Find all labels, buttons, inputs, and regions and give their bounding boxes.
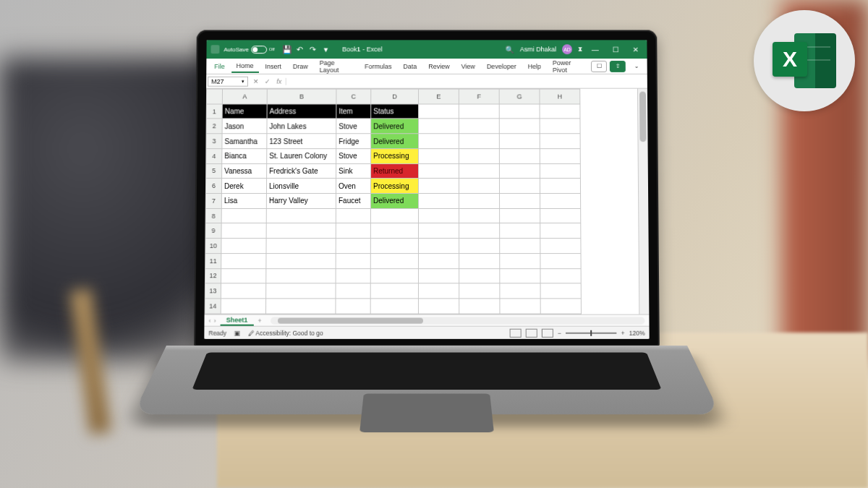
col-header-H[interactable]: H bbox=[540, 89, 580, 104]
cell-B8[interactable] bbox=[266, 208, 336, 223]
cell-B7[interactable]: Harry Valley bbox=[266, 194, 336, 209]
add-sheet-button[interactable]: + bbox=[253, 317, 265, 324]
cell-A5[interactable]: Vanessa bbox=[222, 163, 267, 179]
redo-icon[interactable]: ↷ bbox=[307, 44, 318, 54]
minimize-button[interactable]: — bbox=[588, 43, 603, 55]
undo-icon[interactable]: ↶ bbox=[294, 44, 305, 54]
row-header-12[interactable]: 12 bbox=[205, 268, 221, 283]
cell-G11[interactable] bbox=[500, 253, 540, 268]
tab-page-layout[interactable]: Page Layout bbox=[315, 57, 358, 76]
row-header-4[interactable]: 4 bbox=[206, 149, 222, 164]
cell-G8[interactable] bbox=[500, 208, 540, 223]
tab-data[interactable]: Data bbox=[398, 61, 422, 72]
cell-C5[interactable]: Sink bbox=[336, 163, 371, 179]
cell-A11[interactable] bbox=[221, 253, 266, 268]
cell-E4[interactable] bbox=[419, 149, 459, 164]
cell-G6[interactable] bbox=[499, 179, 540, 194]
cell-E11[interactable] bbox=[418, 253, 459, 268]
cell-D14[interactable] bbox=[370, 299, 418, 314]
pending-icon[interactable]: ⧗ bbox=[578, 46, 582, 53]
spreadsheet-grid[interactable]: ABCDEFGH1NameAddressItemStatus2JasonJohn… bbox=[205, 89, 650, 314]
cell-D5[interactable]: Returned bbox=[371, 163, 419, 179]
cell-E5[interactable] bbox=[419, 163, 459, 179]
toggle-icon[interactable] bbox=[251, 46, 267, 53]
cell-A14[interactable] bbox=[221, 299, 265, 314]
user-name[interactable]: Asmi Dhakal bbox=[520, 46, 556, 53]
cell-H4[interactable] bbox=[540, 149, 580, 164]
view-page-break-icon[interactable] bbox=[542, 328, 553, 337]
tab-home[interactable]: Home bbox=[231, 60, 259, 73]
col-header-D[interactable]: D bbox=[371, 89, 419, 104]
tab-insert[interactable]: Insert bbox=[260, 61, 286, 72]
cell-G5[interactable] bbox=[499, 163, 540, 179]
cell-E6[interactable] bbox=[418, 179, 459, 194]
share-button[interactable]: ⇧ bbox=[610, 61, 626, 72]
vertical-scrollbar[interactable] bbox=[637, 89, 649, 314]
cell-D9[interactable] bbox=[370, 223, 418, 239]
row-header-2[interactable]: 2 bbox=[206, 119, 222, 134]
sheet-prev-icon[interactable]: ‹ bbox=[209, 317, 211, 324]
cell-E13[interactable] bbox=[418, 283, 459, 299]
cell-E12[interactable] bbox=[418, 268, 459, 283]
cell-C3[interactable]: Fridge bbox=[336, 134, 371, 149]
cell-H2[interactable] bbox=[540, 119, 580, 134]
cell-G1[interactable] bbox=[499, 104, 540, 119]
cell-H3[interactable] bbox=[540, 134, 580, 149]
col-header-G[interactable]: G bbox=[499, 89, 540, 104]
cell-F10[interactable] bbox=[459, 239, 500, 254]
cancel-formula-icon[interactable]: ✕ bbox=[251, 77, 261, 85]
cell-E10[interactable] bbox=[418, 239, 459, 254]
cell-A10[interactable] bbox=[221, 239, 266, 254]
cell-F4[interactable] bbox=[459, 149, 499, 164]
cell-B13[interactable] bbox=[266, 283, 336, 299]
collapse-ribbon-icon[interactable]: ⌄ bbox=[629, 61, 644, 72]
cell-C11[interactable] bbox=[336, 253, 370, 268]
cell-D8[interactable] bbox=[370, 208, 418, 223]
cell-F14[interactable] bbox=[459, 299, 500, 314]
row-header-8[interactable]: 8 bbox=[205, 208, 221, 223]
row-header-5[interactable]: 5 bbox=[206, 163, 222, 179]
row-header-7[interactable]: 7 bbox=[205, 194, 221, 209]
row-header-10[interactable]: 10 bbox=[205, 239, 221, 254]
cell-A4[interactable]: Bianca bbox=[222, 149, 267, 164]
cell-H14[interactable] bbox=[540, 299, 581, 314]
cell-B5[interactable]: Fredrick's Gate bbox=[267, 163, 336, 179]
cell-D13[interactable] bbox=[370, 283, 418, 299]
row-header-6[interactable]: 6 bbox=[205, 179, 221, 194]
cell-H7[interactable] bbox=[540, 194, 581, 209]
cell-B12[interactable] bbox=[266, 268, 336, 283]
zoom-in-icon[interactable]: + bbox=[621, 329, 625, 336]
cell-F2[interactable] bbox=[459, 119, 499, 134]
cell-A7[interactable]: Lisa bbox=[221, 194, 266, 209]
cell-E3[interactable] bbox=[419, 134, 459, 149]
col-header-C[interactable]: C bbox=[336, 89, 371, 104]
row-header-3[interactable]: 3 bbox=[206, 134, 222, 149]
fx-icon[interactable]: fx bbox=[274, 77, 284, 85]
cell-H11[interactable] bbox=[540, 253, 581, 268]
cell-F13[interactable] bbox=[459, 283, 500, 299]
cell-C8[interactable] bbox=[336, 208, 370, 223]
zoom-level[interactable]: 120% bbox=[629, 329, 645, 336]
cell-G12[interactable] bbox=[500, 268, 540, 283]
cell-B3[interactable]: 123 Street bbox=[267, 134, 336, 149]
row-header-11[interactable]: 11 bbox=[205, 253, 221, 268]
cell-F12[interactable] bbox=[459, 268, 500, 283]
cell-E9[interactable] bbox=[418, 223, 459, 239]
cell-E1[interactable] bbox=[419, 104, 459, 119]
cell-A13[interactable] bbox=[221, 283, 265, 299]
cell-D3[interactable]: Delivered bbox=[371, 134, 419, 149]
cell-H13[interactable] bbox=[540, 283, 581, 299]
cell-H10[interactable] bbox=[540, 239, 581, 254]
cell-G4[interactable] bbox=[499, 149, 540, 164]
user-avatar[interactable]: AD bbox=[562, 44, 572, 54]
cell-A9[interactable] bbox=[221, 223, 266, 239]
cell-F11[interactable] bbox=[459, 253, 500, 268]
cell-E8[interactable] bbox=[418, 208, 459, 223]
save-icon[interactable]: 💾 bbox=[282, 44, 292, 54]
view-page-layout-icon[interactable] bbox=[526, 328, 537, 337]
search-icon[interactable]: 🔍 bbox=[506, 46, 514, 53]
comments-button[interactable]: ☐ bbox=[591, 61, 607, 72]
cell-G3[interactable] bbox=[499, 134, 540, 149]
col-header-B[interactable]: B bbox=[267, 89, 336, 104]
cell-C14[interactable] bbox=[336, 299, 370, 314]
